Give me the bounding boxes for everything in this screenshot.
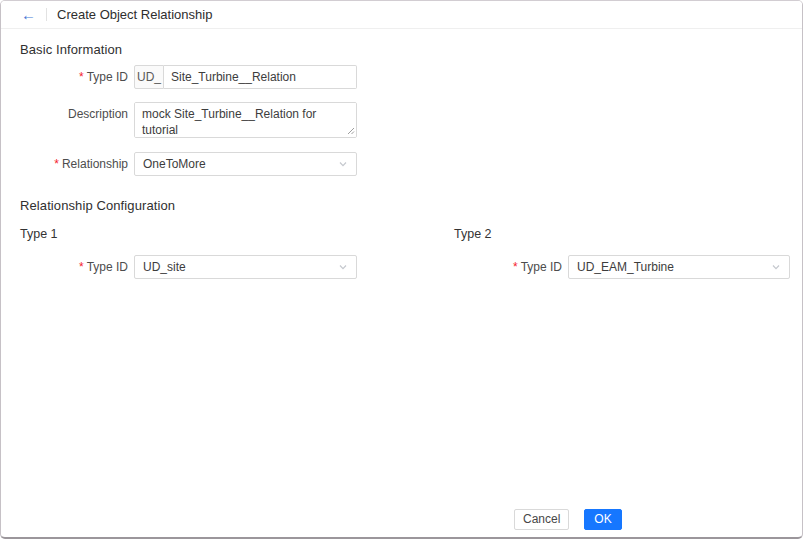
footer-actions: Cancel OK [514,509,622,530]
required-asterisk: * [513,260,518,274]
create-object-relationship-page: ← Create Object Relationship Basic Infor… [0,0,803,539]
type2-heading: Type 2 [454,225,802,243]
required-asterisk: * [79,260,84,274]
type-id-input-group: UD_ [134,65,357,89]
type1-type-id-row: *Type ID UD_site [20,255,454,279]
description-textarea[interactable]: mock Site_Turbine__Relation for tutorial [134,102,357,138]
type2-type-id-select[interactable]: UD_EAM_Turbine [568,255,790,279]
back-button[interactable]: ← [21,7,36,22]
relationship-config-columns: Type 1 *Type ID UD_site [20,225,802,279]
description-row: Description mock Site_Turbine__Relation … [20,102,802,138]
required-asterisk: * [54,157,59,171]
page-header: ← Create Object Relationship [1,1,802,29]
cancel-button[interactable]: Cancel [514,509,569,530]
type1-type-id-select[interactable]: UD_site [134,255,357,279]
relationship-label: *Relationship [20,152,128,176]
chevron-down-icon [338,159,348,169]
type1-type-id-label: *Type ID [20,255,128,279]
relationship-select-value: OneToMore [143,157,206,171]
type1-heading: Type 1 [20,225,454,243]
form-content: Basic Information *Type ID UD_ Descripti… [1,41,802,279]
type2-type-id-value: UD_EAM_Turbine [577,260,674,274]
chevron-down-icon [771,262,781,272]
relationship-select[interactable]: OneToMore [134,152,357,176]
type1-column: Type 1 *Type ID UD_site [20,225,454,279]
chevron-down-icon [338,262,348,272]
page-title: Create Object Relationship [57,7,212,22]
ok-button[interactable]: OK [584,509,621,530]
type2-column: Type 2 *Type ID UD_EAM_Turbine [454,225,802,279]
type2-type-id-label: *Type ID [454,255,562,279]
type-id-row: *Type ID UD_ [20,65,802,89]
description-label: Description [20,102,128,126]
header-divider [46,8,47,21]
section-title-relationship-configuration: Relationship Configuration [20,197,802,215]
type-id-input[interactable] [164,65,357,89]
relationship-row: *Relationship OneToMore [20,152,802,176]
required-asterisk: * [79,70,84,84]
type-id-label: *Type ID [20,65,128,89]
type2-type-id-row: *Type ID UD_EAM_Turbine [454,255,802,279]
section-title-basic-information: Basic Information [20,41,802,59]
type-id-prefix: UD_ [134,65,164,89]
back-arrow-icon: ← [21,7,36,22]
type1-type-id-value: UD_site [143,260,186,274]
